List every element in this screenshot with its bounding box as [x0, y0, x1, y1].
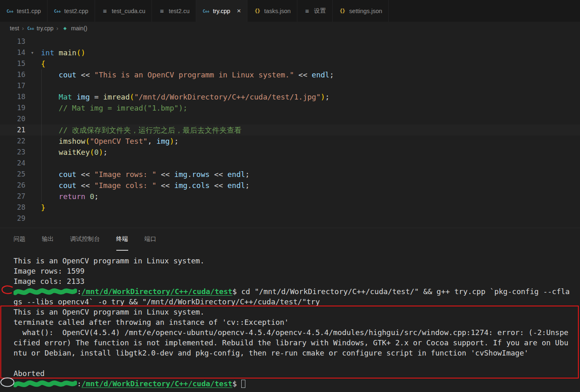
code-line[interactable]: 23 waitKey(0);	[0, 147, 580, 158]
code-line[interactable]: 21 // 改成保存到文件夹，运行完之后，最后去文件夹查看	[0, 125, 580, 136]
code-token: <<	[210, 181, 227, 190]
code-token	[85, 192, 90, 201]
tab-bar: C++test1.cppC++test2.cpp≡test_cuda.cu≡te…	[0, 0, 580, 22]
close-icon[interactable]: ×	[237, 7, 241, 14]
gutter[interactable]: 25	[0, 169, 39, 180]
tab-设置[interactable]: ≡设置	[297, 0, 333, 22]
panel-tab-问题[interactable]: 问题	[14, 228, 25, 251]
tab-label: test_cuda.cu	[112, 8, 145, 14]
code-token: endl	[227, 170, 245, 179]
terminal-lines: This is an OpenCV programm in Linux syst…	[14, 256, 580, 389]
line-number: 19	[0, 102, 25, 113]
code-line[interactable]: 17	[0, 80, 580, 91]
gutter[interactable]: 14▾	[0, 47, 39, 58]
terminal-line: terminate called after throwing an insta…	[14, 317, 580, 327]
code-line[interactable]: 27 return 0;	[0, 191, 580, 202]
gutter[interactable]: 19	[0, 102, 39, 113]
code-line[interactable]: 29	[0, 213, 580, 224]
gutter[interactable]: 17	[0, 80, 39, 91]
gutter[interactable]: 22	[0, 136, 39, 147]
code-token: cout	[59, 181, 76, 190]
code-content: {	[39, 58, 45, 69]
code-line[interactable]: 19 // Mat img = imread("1.bmp");	[0, 102, 580, 113]
code-token: "OpenCV Test"	[90, 137, 147, 145]
code-token: int	[41, 48, 54, 57]
code-token	[54, 48, 59, 57]
terminal-cursor	[241, 380, 245, 388]
code-token: =	[90, 93, 103, 101]
code-token: img	[174, 170, 188, 179]
gutter[interactable]: 13	[0, 36, 39, 47]
gutter[interactable]: 28	[0, 202, 39, 213]
code-line[interactable]: 18 Mat img = imread("/mnt/d/WorkDirector…	[0, 91, 580, 102]
line-number: 17	[0, 80, 25, 91]
code-content	[39, 113, 41, 125]
tab-test2.cpp[interactable]: C++test2.cpp	[48, 0, 95, 22]
tab-tasks.json[interactable]: {}tasks.json	[247, 0, 297, 22]
gutter[interactable]: 20	[0, 113, 39, 125]
code-content: // 改成保存到文件夹，运行完之后，最后去文件夹查看	[39, 125, 242, 136]
panel-tab-终端[interactable]: 终端	[116, 228, 128, 251]
tab-settings.json[interactable]: {}settings.json	[333, 0, 389, 22]
terminal-path-link[interactable]: /mnt/d/WorkDirectory/C++/cuda/test	[82, 379, 232, 388]
redacted-username-scribble	[14, 288, 77, 296]
code-token: // Mat img = imread("1.bmp");	[59, 104, 187, 112]
breadcrumb-item-main()[interactable]: ◈main()	[61, 25, 88, 32]
terminal-line: This is an OpenCV programm in Linux syst…	[14, 256, 580, 266]
code-token: cols	[192, 181, 210, 190]
code-token: }	[41, 203, 45, 212]
code-line[interactable]: 22 imshow("OpenCV Test", img);	[0, 136, 580, 147]
code-line[interactable]: 26 cout << "Image cols: " << img.cols <<…	[0, 180, 580, 191]
code-line[interactable]: 20	[0, 113, 580, 125]
terminal-text: :	[77, 379, 82, 388]
line-number: 13	[0, 36, 25, 47]
fold-spacer	[25, 169, 39, 180]
breadcrumb-item-test[interactable]: test	[10, 25, 19, 32]
code-line[interactable]: 24	[0, 158, 580, 169]
fold-spacer	[25, 147, 39, 158]
code-token: (	[130, 93, 134, 101]
gutter[interactable]: 18	[0, 91, 39, 102]
panel-tab-端口[interactable]: 端口	[145, 228, 156, 251]
gutter[interactable]: 24	[0, 158, 39, 169]
gutter[interactable]: 15	[0, 58, 39, 69]
tab-test2.cu[interactable]: ≡test2.cu	[152, 0, 196, 22]
tab-test1.cpp[interactable]: C++test1.cpp	[0, 0, 48, 22]
terminal-path-link[interactable]: /mnt/d/WorkDirectory/C++/cuda/test	[82, 287, 232, 296]
tab-try.cpp[interactable]: C++try.cpp×	[196, 0, 247, 22]
panel-tab-bar: 问题输出调试控制台终端端口	[0, 228, 580, 251]
line-number: 22	[0, 136, 25, 147]
terminal-line: :/mnt/d/WorkDirectory/C++/cuda/test$	[14, 378, 580, 389]
terminal-line: Image rows: 1599	[14, 266, 580, 276]
code-line[interactable]: 16 cout << "This is an OpenCV programm i…	[0, 69, 580, 80]
gutter[interactable]: 16	[0, 69, 39, 80]
terminal-text: cified error) The function is not implem…	[14, 338, 569, 347]
code-editor[interactable]: 1314▾int main()15{16 cout << "This is an…	[0, 34, 580, 228]
code-token: rows	[192, 170, 210, 179]
gutter[interactable]: 21	[0, 125, 39, 136]
code-line[interactable]: 25 cout << "Image rows: " << img.rows <<…	[0, 169, 580, 180]
terminal-text: $	[232, 379, 241, 388]
code-line[interactable]: 14▾int main()	[0, 47, 580, 58]
code-line[interactable]: 15{	[0, 58, 580, 69]
breadcrumb-item-try.cpp[interactable]: C++try.cpp	[27, 25, 54, 32]
gutter[interactable]: 23	[0, 147, 39, 158]
gutter[interactable]: 29	[0, 213, 39, 224]
terminal[interactable]: This is an OpenCV programm in Linux syst…	[0, 251, 580, 392]
code-content: return 0;	[39, 191, 99, 202]
code-token: imread	[103, 93, 130, 101]
panel-tab-输出[interactable]: 输出	[42, 228, 54, 251]
gutter[interactable]: 26	[0, 180, 39, 191]
tab-label: test2.cpp	[64, 8, 88, 14]
terminal-text: terminate called after throwing an insta…	[14, 318, 289, 326]
code-line[interactable]: 28}	[0, 202, 580, 213]
panel-tab-调试控制台[interactable]: 调试控制台	[70, 228, 100, 251]
code-line[interactable]: 13	[0, 36, 580, 47]
fold-spacer	[25, 213, 39, 224]
line-number: 15	[0, 58, 25, 69]
tab-test_cuda.cu[interactable]: ≡test_cuda.cu	[95, 0, 152, 22]
fold-chevron-icon[interactable]: ▾	[25, 47, 39, 58]
gutter[interactable]: 27	[0, 191, 39, 202]
fold-spacer	[25, 180, 39, 191]
breadcrumb-label: main()	[71, 25, 88, 32]
